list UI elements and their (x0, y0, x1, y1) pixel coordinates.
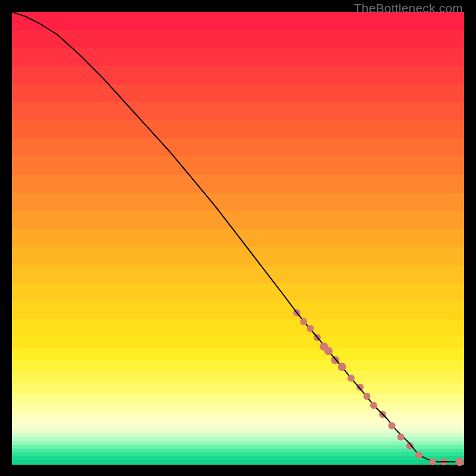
data-marker (370, 402, 377, 409)
data-marker (307, 325, 314, 332)
data-marker (356, 384, 364, 391)
data-marker (364, 393, 371, 400)
chart-svg (12, 12, 464, 464)
data-marker (455, 458, 464, 466)
data-marker (300, 318, 307, 325)
data-marker (397, 433, 405, 440)
chart-frame: TheBottleneck.com (0, 0, 476, 476)
marker-layer-over (300, 318, 464, 466)
data-marker (415, 452, 422, 459)
main-curve (12, 12, 464, 462)
data-marker (347, 375, 355, 382)
data-marker (429, 458, 436, 465)
data-marker (324, 347, 333, 355)
watermark-text: TheBottleneck.com (354, 1, 463, 15)
marker-layer-under (293, 309, 447, 465)
data-marker (338, 363, 346, 371)
data-marker (388, 422, 395, 429)
